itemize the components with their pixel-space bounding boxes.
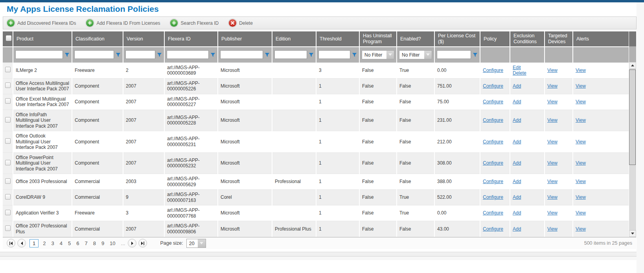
add-exclusion-link[interactable]: Add <box>513 139 521 145</box>
col-header-enabled[interactable]: Enabled? <box>397 31 434 47</box>
product-filter-input[interactable] <box>15 50 63 59</box>
configure-link[interactable]: Configure <box>483 226 503 232</box>
view-targeted-devices-link[interactable]: View <box>547 99 558 105</box>
page-number[interactable]: 6 <box>76 240 79 246</box>
view-targeted-devices-link[interactable]: View <box>547 226 558 232</box>
page-number[interactable]: 4 <box>60 240 63 246</box>
last-page-button[interactable] <box>138 239 147 247</box>
funnel-icon[interactable] <box>265 52 270 57</box>
page-number[interactable]: 7 <box>85 240 87 246</box>
add-flexera-id-from-licenses-button[interactable]: Add Flexera ID From Licenses <box>86 19 160 27</box>
threshold-filter-input[interactable] <box>318 50 350 59</box>
publisher-filter-input[interactable] <box>220 50 263 59</box>
view-targeted-devices-link[interactable]: View <box>547 68 558 73</box>
prev-page-button[interactable] <box>17 239 26 247</box>
page-size-dropdown[interactable]: 20 <box>186 239 206 248</box>
configure-link[interactable]: Configure <box>483 194 503 200</box>
col-header-product[interactable]: Product <box>13 31 72 47</box>
row-checkbox[interactable] <box>5 160 11 165</box>
col-header-has-uninstall[interactable]: Has Uninstall Program <box>359 31 397 47</box>
classification-filter-input[interactable] <box>74 50 114 59</box>
configure-link[interactable]: Configure <box>483 139 503 145</box>
scroll-down-icon[interactable] <box>629 230 636 237</box>
delete-button[interactable]: Delete <box>229 19 253 27</box>
view-alerts-link[interactable]: View <box>576 210 586 216</box>
select-all-checkbox[interactable] <box>6 35 11 41</box>
enabled-filter-dropdown[interactable]: No Filter <box>399 50 432 59</box>
add-exclusion-link[interactable]: Add <box>513 210 521 216</box>
row-checkbox[interactable] <box>5 98 11 104</box>
first-page-button[interactable] <box>7 239 15 247</box>
view-alerts-link[interactable]: View <box>576 83 586 89</box>
configure-link[interactable]: Configure <box>483 99 503 105</box>
page-number-current[interactable]: 1 <box>29 239 39 247</box>
page-ellipsis[interactable]: ... <box>121 240 125 246</box>
add-discovered-flexera-ids-button[interactable]: Add Discovered Flexera IDs <box>7 19 76 27</box>
add-exclusion-link[interactable]: Add <box>513 83 521 89</box>
view-targeted-devices-link[interactable]: View <box>547 194 558 200</box>
cost-filter-input[interactable] <box>437 50 471 59</box>
col-header-version[interactable]: Version <box>123 31 164 47</box>
page-number[interactable]: 2 <box>43 240 46 246</box>
add-exclusion-link[interactable]: Add <box>513 194 521 200</box>
view-alerts-link[interactable]: View <box>576 139 586 145</box>
view-targeted-devices-link[interactable]: View <box>547 83 558 89</box>
add-exclusion-link[interactable]: Add <box>513 99 521 105</box>
next-page-button[interactable] <box>128 239 136 247</box>
configure-link[interactable]: Configure <box>483 210 503 216</box>
view-alerts-link[interactable]: View <box>576 160 586 166</box>
col-header-flexera-id[interactable]: Flexera ID <box>164 31 218 47</box>
edition-filter-input[interactable] <box>274 50 307 59</box>
row-checkbox[interactable] <box>5 67 11 72</box>
view-alerts-link[interactable]: View <box>576 179 586 185</box>
funnel-icon[interactable] <box>64 52 70 57</box>
view-targeted-devices-link[interactable]: View <box>547 210 558 216</box>
configure-link[interactable]: Configure <box>483 179 503 185</box>
row-checkbox[interactable] <box>5 117 11 123</box>
view-alerts-link[interactable]: View <box>576 68 586 73</box>
configure-link[interactable]: Configure <box>483 68 503 73</box>
view-targeted-devices-link[interactable]: View <box>547 117 558 123</box>
row-checkbox[interactable] <box>5 225 11 231</box>
view-alerts-link[interactable]: View <box>576 194 586 200</box>
col-header-edition[interactable]: Edition <box>272 31 316 47</box>
col-header-policy[interactable]: Policy <box>480 31 510 47</box>
has-uninstall-filter-dropdown[interactable]: No Filter <box>362 50 394 59</box>
funnel-icon[interactable] <box>352 52 357 57</box>
add-exclusion-link[interactable]: Add <box>513 226 521 232</box>
funnel-icon[interactable] <box>116 52 121 57</box>
view-alerts-link[interactable]: View <box>576 117 586 123</box>
row-checkbox[interactable] <box>5 210 11 215</box>
page-number[interactable]: 8 <box>93 240 96 246</box>
view-targeted-devices-link[interactable]: View <box>547 160 558 166</box>
add-exclusion-link[interactable]: Add <box>513 117 521 123</box>
row-checkbox[interactable] <box>5 82 11 88</box>
page-number[interactable]: 10 <box>110 240 115 246</box>
col-header-alerts[interactable]: Alerts <box>573 31 629 47</box>
funnel-icon[interactable] <box>473 52 478 57</box>
version-filter-input[interactable] <box>125 50 155 59</box>
flexera-id-filter-input[interactable] <box>167 50 209 59</box>
col-header-threshold[interactable]: Threshold <box>316 31 359 47</box>
add-exclusion-link[interactable]: Add <box>513 160 521 166</box>
edit-exclusion-link[interactable]: Edit <box>513 65 542 71</box>
add-exclusion-link[interactable]: Add <box>513 179 521 185</box>
configure-link[interactable]: Configure <box>483 117 503 123</box>
col-header-classification[interactable]: Classification <box>72 31 123 47</box>
funnel-icon[interactable] <box>157 52 162 57</box>
configure-link[interactable]: Configure <box>483 83 503 89</box>
scroll-up-icon[interactable] <box>629 62 636 69</box>
page-number[interactable]: 9 <box>101 240 104 246</box>
configure-link[interactable]: Configure <box>483 160 503 166</box>
row-checkbox[interactable] <box>5 138 11 144</box>
view-alerts-link[interactable]: View <box>576 99 586 105</box>
vertical-scrollbar[interactable] <box>629 62 636 237</box>
view-targeted-devices-link[interactable]: View <box>547 139 558 145</box>
funnel-icon[interactable] <box>309 52 314 57</box>
col-header-targeted[interactable]: Targeted Devices <box>545 31 573 47</box>
funnel-icon[interactable] <box>210 52 215 57</box>
row-checkbox[interactable] <box>5 178 11 184</box>
col-header-publisher[interactable]: Publisher <box>218 31 272 47</box>
row-checkbox[interactable] <box>5 194 11 200</box>
delete-exclusion-link[interactable]: Delete <box>513 70 542 76</box>
